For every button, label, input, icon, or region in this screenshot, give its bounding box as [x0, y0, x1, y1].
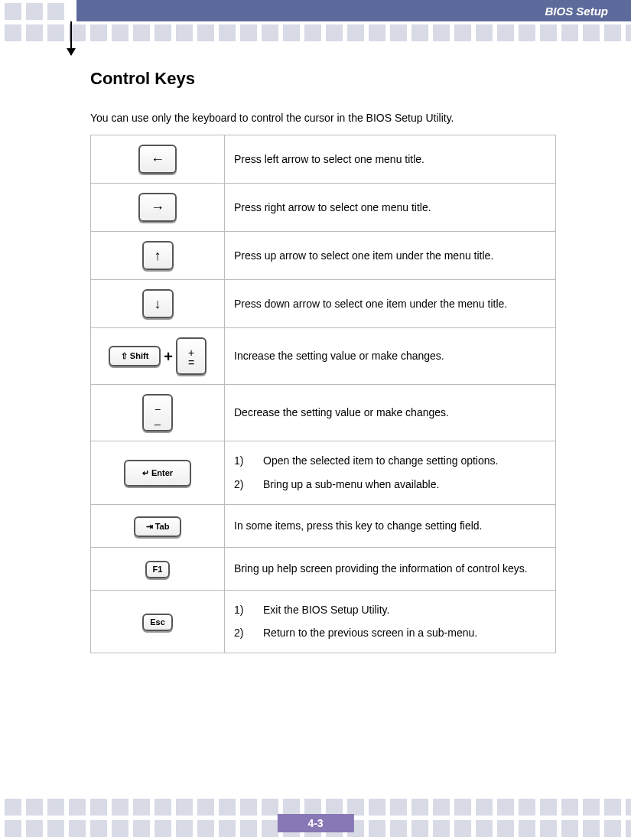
- key-cell: F1: [91, 547, 225, 590]
- key-cell: →: [91, 184, 225, 232]
- description-cell: 1)Open the selected item to change setti…: [225, 441, 556, 505]
- section-intro: You can use only the keyboard to control…: [90, 112, 556, 124]
- table-row: −_Decrease the setting value or make cha…: [91, 385, 556, 441]
- page-number: 4-3: [277, 814, 353, 832]
- control-keys-table: ←Press left arrow to select one menu tit…: [90, 135, 556, 653]
- minus-key-icon: −_: [142, 394, 173, 431]
- list-item: 1)Exit the BIOS Setup Utility.: [234, 598, 546, 622]
- table-row: ↑Press up arrow to select one item under…: [91, 232, 556, 280]
- table-row: Esc1)Exit the BIOS Setup Utility.2)Retur…: [91, 590, 556, 653]
- page-content: Control Keys You can use only the keyboa…: [90, 69, 556, 653]
- table-row: ↓Press down arrow to select one item und…: [91, 280, 556, 328]
- key-icon: ←: [138, 145, 177, 174]
- description-cell: In some items, press this key to change …: [225, 504, 556, 547]
- list-item-text: Exit the BIOS Setup Utility.: [263, 598, 389, 622]
- key-icon: ↓: [142, 289, 174, 318]
- key-cell: ⇥ Tab: [91, 504, 225, 547]
- key-cell: ↵ Enter: [91, 441, 225, 505]
- enter-key-icon: ↵ Enter: [124, 460, 191, 487]
- label-key-icon: Esc: [142, 614, 173, 631]
- key-icon: →: [138, 193, 177, 222]
- table-row: F1Bring up help screen providing the inf…: [91, 547, 556, 590]
- key-cell: ↑: [91, 232, 225, 280]
- table-row: ⇥ TabIn some items, press this key to ch…: [91, 504, 556, 547]
- section-title: Control Keys: [90, 69, 556, 89]
- list-item: 1)Open the selected item to change setti…: [234, 449, 546, 473]
- decorative-squares-bottom: [0, 799, 631, 816]
- key-cell: ↓: [91, 280, 225, 328]
- header-bar: BIOS Setup: [76, 0, 631, 21]
- list-item-text: Bring up a sub-menu when available.: [263, 473, 439, 497]
- key-cell: −_: [91, 385, 225, 441]
- tab-key-icon: ⇥ Tab: [134, 516, 182, 537]
- shift-key-icon: ⇧ Shift: [109, 346, 161, 366]
- key-icon: ↑: [142, 241, 174, 270]
- list-item-text: Return to the previous screen in a sub-m…: [263, 621, 477, 645]
- description-cell: Press left arrow to select one menu titl…: [225, 135, 556, 184]
- description-cell: Bring up help screen providing the infor…: [225, 547, 556, 590]
- description-cell: 1)Exit the BIOS Setup Utility.2)Return t…: [225, 590, 556, 653]
- description-cell: Increase the setting value or make chang…: [225, 328, 556, 385]
- description-cell: Press up arrow to select one item under …: [225, 232, 556, 280]
- decorative-squares-top-left: [5, 3, 64, 20]
- decorative-squares-top: [0, 24, 631, 41]
- key-cell: ←: [91, 135, 225, 184]
- arrow-down-icon: [70, 21, 72, 55]
- key-cell: ⇧ Shift + +=: [91, 328, 225, 385]
- header-title: BIOS Setup: [545, 5, 608, 18]
- table-row: ⇧ Shift + += Increase the setting value …: [91, 328, 556, 385]
- table-row: ↵ Enter1)Open the selected item to chang…: [91, 441, 556, 505]
- list-item-text: Open the selected item to change setting…: [263, 449, 498, 473]
- key-combo: ⇧ Shift + +=: [109, 337, 207, 375]
- description-cell: Press down arrow to select one item unde…: [225, 280, 556, 328]
- description-cell: Press right arrow to select one menu tit…: [225, 184, 556, 232]
- plus-icon: +: [164, 340, 173, 373]
- table-row: →Press right arrow to select one menu ti…: [91, 184, 556, 232]
- label-key-icon: F1: [145, 561, 171, 578]
- table-row: ←Press left arrow to select one menu tit…: [91, 135, 556, 184]
- list-item: 2)Bring up a sub-menu when available.: [234, 473, 546, 497]
- plus-equals-key-icon: +=: [176, 337, 207, 375]
- description-cell: Decrease the setting value or make chang…: [225, 385, 556, 441]
- key-cell: Esc: [91, 590, 225, 653]
- list-item: 2)Return to the previous screen in a sub…: [234, 621, 546, 645]
